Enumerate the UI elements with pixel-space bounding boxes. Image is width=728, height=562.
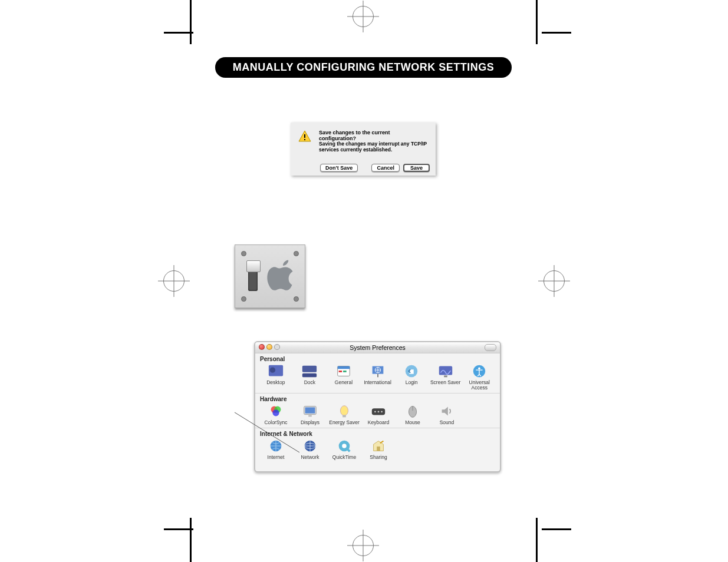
crop-mark bbox=[164, 32, 193, 34]
login-icon bbox=[403, 363, 420, 379]
dont-save-button[interactable]: Don't Save bbox=[320, 164, 358, 172]
international-icon bbox=[369, 363, 387, 379]
rivet-icon bbox=[241, 296, 246, 302]
pref-label: International bbox=[361, 380, 395, 385]
crop-mark bbox=[164, 528, 193, 530]
network-icon bbox=[301, 438, 319, 454]
keyboard-icon bbox=[370, 404, 387, 419]
dialog-title: Save changes to the current configuratio… bbox=[319, 130, 428, 141]
svg-point-29 bbox=[381, 411, 383, 412]
pref-label: Dock bbox=[293, 380, 327, 385]
svg-point-27 bbox=[374, 411, 376, 412]
rivet-icon bbox=[294, 296, 299, 302]
minimize-window-button[interactable] bbox=[266, 344, 272, 350]
section-label-hardware: Hardware bbox=[255, 394, 500, 404]
crop-mark bbox=[542, 528, 571, 530]
desktop-icon bbox=[267, 363, 285, 379]
svg-rect-4 bbox=[302, 366, 317, 372]
pref-item-energy-saver[interactable]: Energy Saver bbox=[327, 404, 361, 425]
rivet-icon bbox=[294, 251, 299, 256]
window-title: System Preferences bbox=[350, 344, 406, 351]
pref-item-colorsync[interactable]: ColorSync bbox=[259, 404, 293, 425]
pref-label: Internet bbox=[259, 455, 293, 460]
svg-point-24 bbox=[340, 406, 348, 416]
pref-item-sound[interactable]: Sound bbox=[430, 404, 464, 425]
pref-label: Login bbox=[394, 380, 429, 385]
pref-label: QuickTime bbox=[327, 455, 361, 460]
svg-rect-7 bbox=[338, 366, 350, 369]
svg-rect-37 bbox=[377, 447, 380, 451]
pref-label: Energy Saver bbox=[327, 420, 361, 425]
pref-label: Screen Saver bbox=[429, 380, 463, 385]
section-label-internet-network: Internet & Network bbox=[255, 428, 500, 438]
energy-saver-icon bbox=[335, 404, 353, 419]
svg-rect-8 bbox=[339, 371, 342, 372]
pref-item-sharing[interactable]: Sharing bbox=[361, 438, 396, 460]
colorsync-icon bbox=[267, 404, 285, 419]
pref-item-quicktime[interactable]: QuickTime bbox=[327, 438, 361, 460]
section-label-personal: Personal bbox=[255, 353, 500, 363]
pref-label: Mouse bbox=[396, 420, 430, 425]
svg-rect-22 bbox=[305, 407, 315, 413]
crop-mark bbox=[536, 518, 538, 562]
pref-item-general[interactable]: General bbox=[327, 363, 361, 391]
svg-point-3 bbox=[270, 367, 275, 372]
lightswitch-knob-icon bbox=[246, 260, 261, 272]
pref-item-desktop[interactable]: Desktop bbox=[259, 363, 293, 391]
svg-rect-9 bbox=[343, 371, 347, 372]
pref-label: Sound bbox=[430, 420, 464, 425]
svg-point-20 bbox=[272, 409, 279, 416]
registration-mark bbox=[543, 270, 565, 292]
apple-logo-icon bbox=[266, 258, 298, 295]
internet-icon bbox=[267, 438, 285, 454]
svg-rect-12 bbox=[377, 374, 378, 378]
pref-item-dock[interactable]: Dock bbox=[293, 363, 327, 391]
dialog-body: Saving the changes may interrupt any TCP… bbox=[319, 141, 428, 153]
svg-rect-23 bbox=[308, 415, 312, 416]
pref-label: ColorSync bbox=[259, 420, 293, 425]
quicktime-icon bbox=[335, 438, 353, 454]
pref-item-mouse[interactable]: Mouse bbox=[396, 404, 430, 425]
crop-mark bbox=[542, 32, 571, 34]
pref-item-screen-saver[interactable]: Screen Saver bbox=[429, 363, 463, 391]
dock-icon bbox=[301, 363, 318, 379]
pref-label: General bbox=[327, 380, 361, 385]
zoom-window-button[interactable] bbox=[274, 344, 280, 350]
pref-item-international[interactable]: International bbox=[361, 363, 395, 391]
pref-item-keyboard[interactable]: Keyboard bbox=[361, 404, 396, 425]
displays-icon bbox=[301, 404, 319, 419]
pref-row-hardware: ColorSync Displays Energy Saver Keyboard… bbox=[255, 404, 500, 428]
svg-point-17 bbox=[478, 367, 480, 369]
close-window-button[interactable] bbox=[259, 344, 265, 350]
pref-label: Keyboard bbox=[361, 420, 396, 425]
pref-label: Displays bbox=[293, 420, 327, 425]
save-button[interactable]: Save bbox=[403, 164, 430, 172]
save-changes-dialog: Save changes to the current configuratio… bbox=[291, 123, 436, 176]
crop-mark bbox=[536, 0, 538, 44]
svg-point-36 bbox=[342, 444, 346, 448]
mouse-icon bbox=[404, 404, 421, 419]
toolbar-toggle-button[interactable] bbox=[485, 344, 496, 351]
svg-point-28 bbox=[378, 411, 380, 412]
pref-item-network[interactable]: Network bbox=[293, 438, 327, 460]
system-preferences-window: System Preferences Personal Desktop Dock… bbox=[254, 341, 501, 472]
system-preferences-app-icon[interactable] bbox=[235, 244, 305, 308]
pref-row-personal: Desktop Dock General International Login… bbox=[255, 363, 500, 394]
svg-rect-25 bbox=[342, 415, 346, 417]
warning-icon bbox=[298, 130, 312, 144]
svg-rect-5 bbox=[302, 373, 317, 378]
cancel-button[interactable]: Cancel bbox=[371, 164, 400, 172]
window-traffic-lights bbox=[259, 344, 280, 350]
pref-item-login[interactable]: Login bbox=[394, 363, 429, 391]
pref-label: Network bbox=[293, 455, 327, 460]
registration-mark bbox=[163, 270, 185, 292]
pref-label: Sharing bbox=[361, 455, 396, 460]
screen-saver-icon bbox=[437, 363, 454, 379]
pref-item-universal-access[interactable]: Universal Access bbox=[462, 363, 496, 391]
pref-item-internet[interactable]: Internet bbox=[259, 438, 293, 460]
pref-item-displays[interactable]: Displays bbox=[293, 404, 327, 425]
crop-mark bbox=[190, 518, 192, 562]
general-icon bbox=[335, 363, 353, 379]
registration-mark bbox=[353, 6, 374, 27]
sharing-icon bbox=[370, 438, 387, 454]
